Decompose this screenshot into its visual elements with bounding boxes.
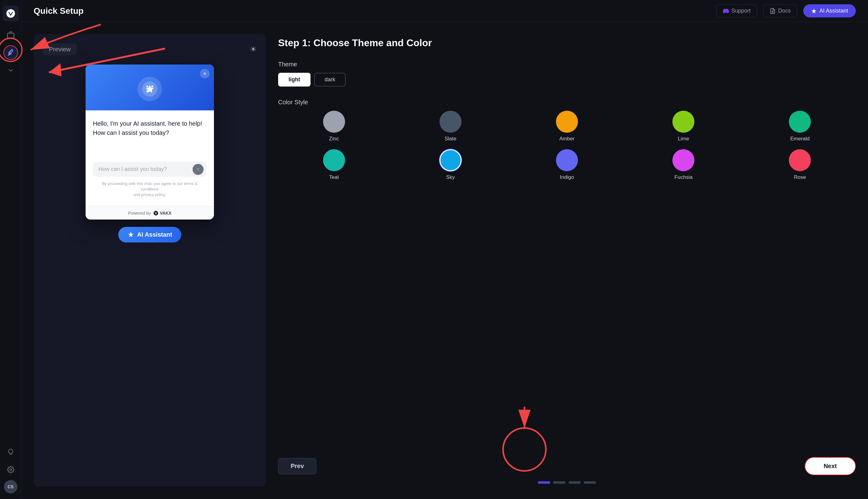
color-circle-lime xyxy=(672,111,694,133)
header: Quick Setup Support Docs AI Assistant xyxy=(21,0,868,22)
color-circle-teal xyxy=(323,149,345,171)
sidebar-item-rocket[interactable] xyxy=(3,45,18,60)
chat-message: Hello, I'm your AI assistant, here to he… xyxy=(93,119,207,137)
support-button[interactable]: Support xyxy=(716,4,757,17)
svg-point-11 xyxy=(146,90,148,92)
powered-by-text: Powered by xyxy=(128,211,151,216)
color-item-lime[interactable]: Lime xyxy=(628,111,739,142)
color-circle-rose xyxy=(789,149,811,171)
preview-header: Preview ☀ xyxy=(43,44,257,55)
color-circle-fuchsia xyxy=(672,149,694,171)
progress-dot-1 xyxy=(553,481,566,484)
svg-rect-1 xyxy=(7,33,14,38)
avatar[interactable]: CS xyxy=(4,480,17,494)
color-label-sky: Sky xyxy=(446,174,455,180)
svg-point-10 xyxy=(149,88,151,90)
color-label-emerald: Emerald xyxy=(790,136,810,142)
ai-assistant-header-button[interactable]: AI Assistant xyxy=(803,4,856,17)
chat-avatar xyxy=(138,77,162,101)
chat-body: Hello, I'm your AI assistant, here to he… xyxy=(86,110,214,206)
theme-light-button[interactable]: light xyxy=(278,73,311,86)
sidebar-item-chevron[interactable] xyxy=(3,63,18,78)
theme-toggle-icon[interactable]: ☀ xyxy=(250,45,257,54)
progress-dot-0 xyxy=(538,481,550,484)
color-circle-sky xyxy=(439,149,461,171)
color-label-zinc: Zinc xyxy=(329,136,339,142)
config-title: Step 1: Choose Theme and Color xyxy=(278,37,856,49)
color-circle-emerald xyxy=(789,111,811,133)
sidebar-bottom: CS xyxy=(3,445,18,494)
vakx-logo: VAKX xyxy=(153,210,172,216)
color-item-zinc[interactable]: Zinc xyxy=(278,111,390,142)
color-grid: ZincSlateAmberLimeEmeraldTealSkyIndigoFu… xyxy=(278,111,856,180)
docs-button[interactable]: Docs xyxy=(763,4,797,17)
progress-dot-3 xyxy=(584,481,596,484)
color-label-slate: Slate xyxy=(444,136,456,142)
color-label-amber: Amber xyxy=(559,136,574,142)
chat-input-placeholder: How can I assist you today? xyxy=(98,166,191,172)
chat-send-button[interactable]: ↑ xyxy=(193,164,203,175)
color-label-lime: Lime xyxy=(678,136,689,142)
page-title: Quick Setup xyxy=(34,6,710,16)
chat-widget: × Hello, I'm your AI xyxy=(86,64,214,220)
chat-close-button[interactable]: × xyxy=(200,69,210,78)
sidebar: CS xyxy=(0,0,21,499)
color-circle-indigo xyxy=(556,149,578,171)
color-item-indigo[interactable]: Indigo xyxy=(511,149,623,180)
chat-terms: By proceeding with this chat, you agree … xyxy=(93,181,207,198)
color-item-rose[interactable]: Rose xyxy=(744,149,856,180)
preview-panel: Preview ☀ × xyxy=(34,34,266,487)
sidebar-item-settings[interactable] xyxy=(3,462,18,477)
preview-label: Preview xyxy=(43,44,77,55)
color-item-sky[interactable]: Sky xyxy=(395,149,506,180)
chat-input-area[interactable]: How can I assist you today? ↑ xyxy=(93,162,207,177)
svg-point-9 xyxy=(151,86,153,87)
color-label-indigo: Indigo xyxy=(560,174,574,180)
ai-assistant-header-label: AI Assistant xyxy=(819,8,848,14)
color-item-fuchsia[interactable]: Fuchsia xyxy=(628,149,739,180)
sidebar-logo xyxy=(3,5,18,21)
nav-buttons: Prev Next xyxy=(278,451,856,475)
color-circle-amber xyxy=(556,111,578,133)
next-button[interactable]: Next xyxy=(805,457,856,475)
color-label-rose: Rose xyxy=(794,174,806,180)
svg-point-12 xyxy=(154,211,158,215)
progress-dots xyxy=(278,481,856,484)
svg-point-2 xyxy=(10,469,12,471)
theme-label: Theme xyxy=(278,61,856,68)
svg-point-8 xyxy=(146,86,148,87)
color-item-teal[interactable]: Teal xyxy=(278,149,390,180)
chat-footer: Powered by VAKX xyxy=(86,206,214,220)
color-item-slate[interactable]: Slate xyxy=(395,111,506,142)
color-label-fuchsia: Fuchsia xyxy=(674,174,693,180)
chat-header: × xyxy=(86,64,214,110)
color-item-emerald[interactable]: Emerald xyxy=(744,111,856,142)
sidebar-item-projects[interactable] xyxy=(3,27,18,42)
theme-options: light dark xyxy=(278,73,856,86)
main-content: Quick Setup Support Docs AI Assistant xyxy=(21,0,868,499)
sidebar-item-lightbulb[interactable] xyxy=(3,445,18,459)
color-style-label: Color Style xyxy=(278,99,856,106)
content-area: Preview ☀ × xyxy=(21,22,868,499)
theme-dark-button[interactable]: dark xyxy=(314,73,346,86)
chat-ai-assistant-button[interactable]: AI Assistant xyxy=(118,227,182,242)
color-label-teal: Teal xyxy=(329,174,339,180)
config-panel: Step 1: Choose Theme and Color Theme lig… xyxy=(278,34,856,487)
svg-point-0 xyxy=(7,9,15,18)
docs-label: Docs xyxy=(778,8,791,14)
progress-dot-2 xyxy=(569,481,581,484)
prev-button[interactable]: Prev xyxy=(278,458,316,474)
ai-assistant-btn-label: AI Assistant xyxy=(137,231,172,238)
color-circle-slate xyxy=(439,111,461,133)
color-circle-zinc xyxy=(323,111,345,133)
color-item-amber[interactable]: Amber xyxy=(511,111,623,142)
support-label: Support xyxy=(731,8,751,14)
